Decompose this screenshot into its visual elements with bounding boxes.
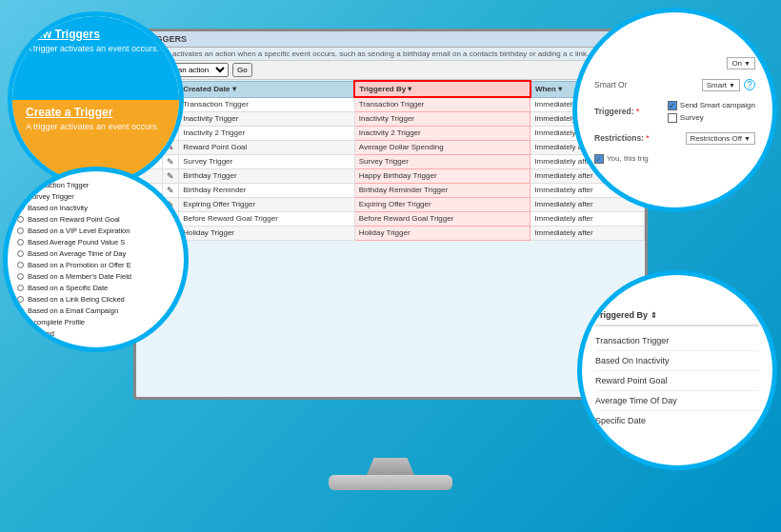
radio-btn <box>17 296 24 303</box>
bubble-bot-left-inner: Transaction Trigger Survey Trigger Based… <box>8 171 184 347</box>
create-trigger-title: Create a Trigger <box>26 106 166 119</box>
page-root: TRIGGERS A trigger activates an action w… <box>0 0 781 532</box>
dropdown-item[interactable]: Reward Point Goal <box>595 371 759 391</box>
list-item: Incomplete Profile <box>17 318 174 326</box>
list-item: Based on a Email Campaign <box>17 306 174 315</box>
row-edit[interactable]: ✎ <box>163 183 179 197</box>
bubble-trigger-list: Transaction Trigger Survey Trigger Based… <box>3 167 189 352</box>
go-button[interactable]: Go <box>232 63 252 77</box>
monitor-screen: TRIGGERS A trigger activates an action w… <box>133 29 648 400</box>
table-row: ✎Inactivity 2 TriggerInactivity 2 Trigge… <box>137 126 645 140</box>
col-triggered[interactable]: Triggered By ▾ <box>354 81 531 97</box>
row-name: Inactivity 2 Trigger <box>179 126 355 140</box>
row-name: Birthday Trigger <box>179 168 355 183</box>
screen-title: TRIGGERS <box>136 31 645 48</box>
dropdown-header: Triggered By ⇕ <box>595 310 759 326</box>
row-edit[interactable]: ✎ <box>163 154 179 168</box>
list-item: Survey Trigger <box>17 192 174 201</box>
table-row: ✎Survey TriggerSurvey TriggerImmediately… <box>137 154 645 168</box>
row-when: Immediately after <box>531 226 645 240</box>
bubble-dropdown: Triggered By ⇕ Transaction Trigger Based… <box>577 270 777 470</box>
radio-btn <box>17 216 24 223</box>
create-trigger-desc: A trigger activates an event occurs. <box>26 122 166 131</box>
help-icon[interactable]: ? <box>744 79 755 90</box>
radio-btn <box>17 273 24 280</box>
list-item: Based Average Pound Value S <box>17 238 174 246</box>
table-wrapper: Created Date ▾ Triggered By ▾ When ▾ ✓✎T… <box>136 80 645 384</box>
dropdown-item[interactable]: Transaction Trigger <box>595 331 759 351</box>
row-triggered: Holiday Trigger <box>354 226 531 240</box>
view-triggers-title: View Triggers <box>26 28 166 41</box>
note-checkbox[interactable]: ✓ <box>594 154 604 164</box>
note-row: ✓ You, this trig <box>594 154 755 164</box>
smart-or-row: Smart Or Smart ▼ ? <box>594 79 755 91</box>
row-triggered: Expiring Offer Trigger <box>354 197 531 211</box>
row-triggered: Average Dollar Spending <box>354 140 531 154</box>
row-when: Immediately after <box>531 211 645 226</box>
row-name: Reward Point Goal <box>179 140 355 154</box>
table-row: ✎Inactivity TriggerInactivity TriggerImm… <box>137 111 645 126</box>
list-item: Based on a VIP Level Expiration <box>17 227 174 235</box>
radio-btn <box>17 227 24 234</box>
list-item: Based on a Member's Date Field <box>17 272 174 281</box>
table-row: ✎Holiday TriggerHoliday TriggerImmediate… <box>137 226 645 240</box>
list-item: Based on a Link Being Clicked <box>17 295 174 304</box>
bubble-top-left-inner: View Triggers A trigger activates an eve… <box>12 16 179 183</box>
col-created[interactable]: Created Date ▾ <box>179 81 355 97</box>
list-item: Based on a Specific Date <box>17 284 174 292</box>
list-item: Based on Average Time of Day <box>17 249 174 258</box>
list-item: Based on a Promotion or Offer E <box>17 261 174 269</box>
table-row: ✎Before Reward Goal TriggerBefore Reward… <box>137 211 645 226</box>
bubble-top-right-inner: On ▼ Smart Or Smart ▼ ? Triggered: * <box>577 12 772 207</box>
on-row: On ▼ <box>594 57 755 69</box>
smart-select[interactable]: Smart ▼ <box>702 79 740 91</box>
table-row: ✎Expiring Offer TriggerExpiring Offer Tr… <box>137 197 645 211</box>
on-select[interactable]: On ▼ <box>727 57 755 69</box>
dropdown-item[interactable]: Specific Date <box>595 411 759 430</box>
row-triggered: Inactivity Trigger <box>354 111 531 126</box>
list-item: Based on Reward Point Goal <box>17 215 174 224</box>
radio-btn <box>17 285 24 291</box>
bubble-view-create-triggers: View Triggers A trigger activates an eve… <box>8 11 184 187</box>
send-smart-checkbox[interactable]: ✓ <box>668 101 677 110</box>
row-name: Survey Trigger <box>179 154 355 168</box>
row-name: Before Reward Goal Trigger <box>179 211 355 226</box>
table-row: ✎Reward Point GoalAverage Dollar Spendin… <box>137 140 645 154</box>
row-name: Birthday Reminder <box>179 183 355 197</box>
row-triggered: Survey Trigger <box>354 154 531 168</box>
row-edit[interactable]: ✎ <box>163 168 179 183</box>
survey-checkbox[interactable] <box>668 113 677 123</box>
radio-btn <box>17 262 24 268</box>
monitor-stand-neck <box>367 458 414 475</box>
row-triggered: Happy Birthday Trigger <box>354 168 531 183</box>
sort-icon: ⇕ <box>651 311 657 320</box>
table-row: ✎Birthday TriggerHappy Birthday TriggerI… <box>137 168 645 183</box>
bubble-bot-right-inner: Triggered By ⇕ Transaction Trigger Based… <box>582 275 772 465</box>
screen-toolbar: Choose an action Go <box>136 61 645 80</box>
radio-btn <box>17 250 24 257</box>
row-name: Holiday Trigger <box>179 226 355 240</box>
row-triggered: Inactivity 2 Trigger <box>354 126 531 140</box>
screen-subtitle: A trigger activates an action when a spe… <box>136 48 645 61</box>
row-name: Expiring Offer Trigger <box>179 197 355 211</box>
table-row: ✎Birthday ReminderBirthday Reminder Trig… <box>137 183 645 197</box>
triggered-row: Triggered: * ✓ Send Smart campaign Surve… <box>594 101 755 123</box>
radio-btn <box>17 239 24 246</box>
view-triggers-desc: A trigger activates an event occurs. <box>26 44 166 53</box>
bubble-settings: On ▼ Smart Or Smart ▼ ? Triggered: * <box>572 8 777 212</box>
dropdown-item[interactable]: Average Time Of Day <box>595 391 759 411</box>
restrictions-select[interactable]: Restrictions Off ▼ <box>686 132 755 145</box>
row-name: Inactivity Trigger <box>179 111 355 126</box>
table-row: ✓✎Transaction TriggerTransaction Trigger… <box>137 97 645 111</box>
list-item: Based on Inactivity <box>17 204 174 212</box>
dropdown-item[interactable]: Based On Inactivity <box>595 351 759 371</box>
row-triggered: Before Reward Goal Trigger <box>354 211 531 226</box>
restrictions-row: Restrictions: * Restrictions Off ▼ <box>594 132 755 145</box>
monitor-stand-base <box>329 475 452 490</box>
row-triggered: Birthday Reminder Trigger <box>354 183 531 197</box>
triggers-table: Created Date ▾ Triggered By ▾ When ▾ ✓✎T… <box>136 80 645 241</box>
row-triggered: Transaction Trigger <box>354 97 531 111</box>
row-name: Transaction Trigger <box>179 97 355 111</box>
